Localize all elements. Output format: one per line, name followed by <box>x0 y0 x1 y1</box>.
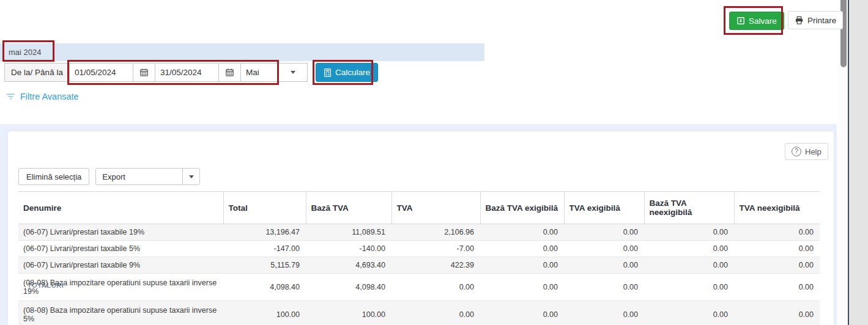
cell-baza-tva-neexigibila: 0.00 <box>644 274 734 301</box>
month-select-button[interactable] <box>278 63 308 82</box>
cell-tva-exigibila: 0.00 <box>564 241 644 257</box>
cell-total: 4,098.40 <box>223 274 306 301</box>
cell-tva: 0.00 <box>391 301 480 325</box>
outside-desktop-area <box>849 0 868 325</box>
table-row[interactable]: (08-08) Baza impozitare operatiuni supus… <box>18 301 820 325</box>
cell-total: 13,196.47 <box>223 224 306 241</box>
app-window: Salvare Printare mai 2024 De la/ Până la <box>0 0 868 325</box>
calendar-to-button[interactable] <box>218 63 241 82</box>
print-button[interactable]: Printare <box>788 11 843 29</box>
help-button[interactable]: ? Help <box>785 143 828 160</box>
date-filter-group: De la/ Până la <box>4 63 308 82</box>
date-to-input[interactable] <box>155 63 219 82</box>
cell-tva-neexigibila: 0.00 <box>734 274 820 301</box>
save-button-label: Salvare <box>749 16 777 26</box>
help-button-label: Help <box>805 147 822 156</box>
calculator-icon <box>324 68 332 77</box>
cell-total: 5,115.79 <box>223 257 306 274</box>
advanced-filters-label: Filtre Avansate <box>20 92 79 101</box>
cell-baza-tva-neexigibila: 0.00 <box>644 241 734 257</box>
totals-table-wrap: Denumire Total Bază TVA TVA Bază TVA exi… <box>18 191 820 325</box>
column-header-tva-neexigibila[interactable]: TVA neexigibilă <box>734 192 820 224</box>
calendar-icon <box>225 68 234 77</box>
cell-baza-tva-neexigibila: 0.00 <box>644 301 734 325</box>
cell-total: 100.00 <box>223 301 306 325</box>
cell-baza-tva: 4,098.40 <box>306 274 391 301</box>
print-button-label: Printare <box>807 16 836 25</box>
cell-tva-exigibila: 0.00 <box>564 274 644 301</box>
printer-icon <box>795 16 804 25</box>
cell-baza-tva: 11,089.51 <box>306 224 391 241</box>
month-input[interactable] <box>240 63 279 82</box>
cell-tva-exigibila: 0.00 <box>564 301 644 325</box>
column-header-baza-tva[interactable]: Bază TVA <box>306 192 391 224</box>
cell-tva-neexigibila: 0.00 <box>734 301 820 325</box>
date-from-input[interactable] <box>69 63 133 82</box>
export-dropdown-button[interactable] <box>182 169 199 184</box>
table-header-row: Denumire Total Bază TVA TVA Bază TVA exi… <box>18 192 820 224</box>
cell-denumire: (08-08) Baza impozitare operatiuni supus… <box>18 274 223 301</box>
export-split-button: Export <box>95 168 200 185</box>
column-header-tva-exigibila[interactable]: TVA exigibilă <box>564 192 644 224</box>
cell-tva-neexigibila: 0.00 <box>734 224 820 241</box>
chevron-down-icon <box>189 175 194 178</box>
cell-baza-tva-exigibila: 0.00 <box>480 224 564 241</box>
calculate-button[interactable]: Calculare <box>316 63 378 82</box>
period-label: mai 2024 <box>9 48 41 57</box>
question-circle-icon: ? <box>792 147 801 156</box>
table-toolbar: Elimină selecția Export <box>18 168 200 185</box>
cell-tva-exigibila: 0.00 <box>564 257 644 274</box>
calendar-from-button[interactable] <box>133 63 155 82</box>
totals-panel: TOTALURI ? Help Elimină selecția Export <box>8 131 834 325</box>
cell-tva-exigibila: 0.00 <box>564 224 644 241</box>
cell-baza-tva-exigibila: 0.00 <box>480 257 564 274</box>
cell-tva-neexigibila: 0.00 <box>734 257 820 274</box>
clear-selection-button[interactable]: Elimină selecția <box>18 168 89 185</box>
period-band[interactable]: mai 2024 <box>0 43 484 61</box>
table-row[interactable]: (06-07) Livrari/prestari taxabile 19% 13… <box>18 224 820 241</box>
cell-tva: -7.00 <box>391 241 480 257</box>
export-button[interactable]: Export <box>96 169 182 184</box>
cell-tva: 0.00 <box>391 274 480 301</box>
save-icon <box>736 16 745 25</box>
column-header-baza-tva-neexigibila[interactable]: Bază TVA neexigibilă <box>644 192 734 224</box>
totals-table: Denumire Total Bază TVA TVA Bază TVA exi… <box>18 191 820 325</box>
table-row[interactable]: (06-07) Livrari/prestari taxabile 9% 5,1… <box>18 257 820 274</box>
column-header-denumire[interactable]: Denumire <box>18 192 223 224</box>
filter-icon <box>6 93 15 100</box>
save-button[interactable]: Salvare <box>729 12 784 30</box>
date-range-label: De la/ Până la <box>4 63 70 82</box>
cell-denumire: (06-07) Livrari/prestari taxabile 9% <box>18 257 223 274</box>
cell-total: -147.00 <box>223 241 306 257</box>
calculate-button-label: Calculare <box>335 68 370 77</box>
advanced-filters-link[interactable]: Filtre Avansate <box>6 92 79 101</box>
table-row[interactable]: (08-08) Baza impozitare operatiuni supus… <box>18 274 820 301</box>
column-header-tva[interactable]: TVA <box>391 192 480 224</box>
cell-denumire: (08-08) Baza impozitare operatiuni supus… <box>18 301 223 325</box>
cell-tva: 422.39 <box>391 257 480 274</box>
scrollbar-thumb[interactable] <box>840 0 847 67</box>
cell-baza-tva-neexigibila: 0.00 <box>644 224 734 241</box>
calendar-icon <box>139 68 149 77</box>
cell-baza-tva-neexigibila: 0.00 <box>644 257 734 274</box>
cell-baza-tva: -140.00 <box>306 241 391 257</box>
cell-tva: 2,106.96 <box>391 224 480 241</box>
cell-baza-tva: 100.00 <box>306 301 391 325</box>
column-header-baza-tva-exigibila[interactable]: Bază TVA exigibilă <box>480 192 564 224</box>
chevron-down-icon <box>291 71 295 74</box>
table-row[interactable]: (06-07) Livrari/prestari taxabile 5% -14… <box>18 241 820 257</box>
cell-denumire: (06-07) Livrari/prestari taxabile 19% <box>18 224 223 241</box>
cell-baza-tva-exigibila: 0.00 <box>480 241 564 257</box>
cell-baza-tva-exigibila: 0.00 <box>480 301 564 325</box>
column-header-total[interactable]: Total <box>223 192 306 224</box>
cell-tva-neexigibila: 0.00 <box>734 241 820 257</box>
cell-baza-tva-exigibila: 0.00 <box>480 274 564 301</box>
cell-denumire: (06-07) Livrari/prestari taxabile 5% <box>18 241 223 257</box>
cell-baza-tva: 4,693.40 <box>306 257 391 274</box>
